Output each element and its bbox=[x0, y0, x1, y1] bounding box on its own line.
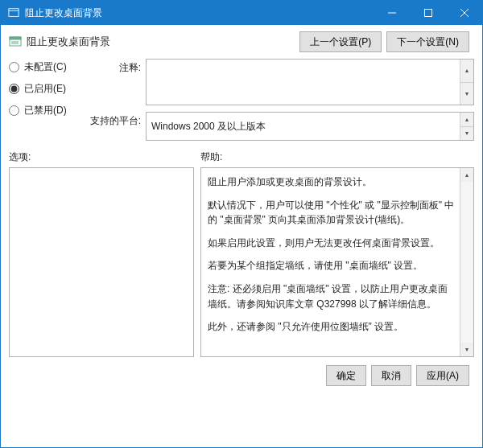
help-section-label: 帮助: bbox=[200, 150, 222, 164]
svg-rect-3 bbox=[424, 10, 431, 17]
platform-spin-up[interactable]: ▲ bbox=[460, 113, 473, 127]
cancel-button[interactable]: 取消 bbox=[371, 365, 411, 386]
help-scroll-track[interactable] bbox=[460, 182, 473, 343]
platform-label: 支持的平台: bbox=[85, 112, 141, 128]
minimize-button[interactable] bbox=[374, 1, 410, 25]
comment-label: 注释: bbox=[85, 59, 141, 75]
radio-enabled[interactable]: 已启用(E) bbox=[9, 82, 80, 96]
window-title: 阻止更改桌面背景 bbox=[25, 6, 374, 20]
help-p6: 此外，还请参阅 "只允许使用位图墙纸" 设置。 bbox=[208, 319, 456, 335]
help-p4: 若要为某个组指定墙纸，请使用 "桌面墙纸" 设置。 bbox=[208, 258, 456, 273]
help-content[interactable]: 阻止用户添加或更改桌面的背景设计。 默认情况下，用户可以使用 "个性化" 或 "… bbox=[201, 168, 473, 356]
radio-not-configured-label: 未配置(C) bbox=[24, 60, 67, 74]
radio-not-configured-input[interactable] bbox=[9, 62, 19, 72]
help-box: 阻止用户添加或更改桌面的背景设计。 默认情况下，用户可以使用 "个性化" 或 "… bbox=[200, 167, 474, 357]
comment-textbox[interactable]: ▲ ▼ bbox=[146, 59, 474, 105]
radio-disabled-label: 已禁用(D) bbox=[24, 104, 67, 117]
help-p3: 如果启用此设置，则用户无法更改任何桌面背景设置。 bbox=[208, 236, 456, 251]
radio-disabled-input[interactable] bbox=[9, 105, 19, 116]
radio-enabled-input[interactable] bbox=[9, 84, 19, 94]
platform-textbox: Windows 2000 及以上版本 ▲ ▼ bbox=[146, 112, 474, 141]
prev-setting-button[interactable]: 上一个设置(P) bbox=[299, 31, 382, 52]
apply-button[interactable]: 应用(A) bbox=[416, 365, 469, 386]
options-box bbox=[9, 167, 194, 357]
maximize-button[interactable] bbox=[410, 1, 446, 25]
platform-value: Windows 2000 及以上版本 bbox=[151, 120, 266, 134]
comment-value bbox=[147, 60, 473, 66]
comment-spin-up[interactable]: ▲ bbox=[460, 60, 473, 83]
policy-title: 阻止更改桌面背景 bbox=[27, 35, 299, 49]
svg-rect-7 bbox=[10, 37, 21, 39]
help-scroll-up[interactable]: ▲ bbox=[460, 168, 473, 182]
next-setting-button[interactable]: 下一个设置(N) bbox=[386, 31, 469, 52]
ok-button[interactable]: 确定 bbox=[326, 365, 366, 386]
close-button[interactable] bbox=[446, 1, 482, 25]
help-p1: 阻止用户添加或更改桌面的背景设计。 bbox=[208, 175, 456, 190]
options-section-label: 选项: bbox=[9, 150, 200, 164]
help-scroll-down[interactable]: ▼ bbox=[460, 343, 473, 356]
help-p2: 默认情况下，用户可以使用 "个性化" 或 "显示控制面板" 中的 "桌面背景" … bbox=[208, 198, 456, 228]
radio-not-configured[interactable]: 未配置(C) bbox=[9, 60, 80, 74]
comment-spin-down[interactable]: ▼ bbox=[460, 83, 473, 105]
titlebar: 阻止更改桌面背景 bbox=[1, 1, 482, 25]
radio-enabled-label: 已启用(E) bbox=[24, 82, 66, 96]
radio-disabled[interactable]: 已禁用(D) bbox=[9, 104, 80, 117]
svg-rect-0 bbox=[9, 9, 19, 17]
window-icon bbox=[7, 6, 20, 19]
platform-spin-down[interactable]: ▼ bbox=[460, 127, 473, 141]
policy-icon bbox=[9, 35, 22, 48]
help-p5: 注意: 还必须启用 "桌面墙纸" 设置，以防止用户更改桌面墙纸。请参阅知识库文章… bbox=[208, 282, 456, 311]
